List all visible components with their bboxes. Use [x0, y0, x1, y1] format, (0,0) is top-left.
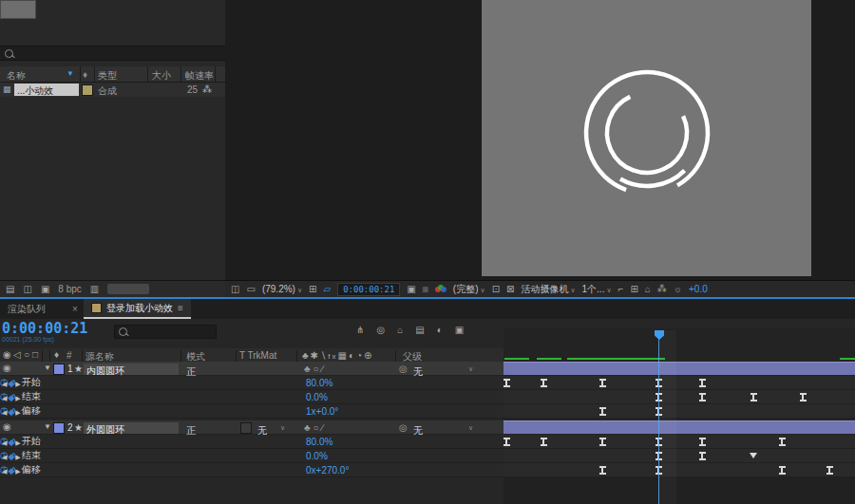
show-snapshot-icon[interactable]: ◙	[423, 285, 428, 294]
layer-label-chip[interactable]	[53, 422, 65, 434]
eye-icon[interactable]: ◉	[3, 364, 11, 373]
property-value[interactable]: 0.0%	[306, 451, 328, 461]
interpret-footage-icon[interactable]: ▤	[6, 285, 14, 294]
layer-name[interactable]: 内圆圆环	[84, 364, 179, 375]
graph-editor-icon[interactable]: ▣	[455, 326, 464, 335]
item-label-chip[interactable]	[82, 84, 93, 96]
layer-switches[interactable]: ♣○∕	[304, 422, 326, 433]
index-column[interactable]: #	[66, 350, 72, 361]
playhead-line[interactable]	[658, 330, 659, 504]
layer-duration-bar[interactable]	[504, 362, 855, 375]
keyframe-icon[interactable]	[800, 393, 807, 401]
timeline-search[interactable]	[114, 325, 217, 339]
next-keyframe-icon[interactable]: ▶	[15, 409, 21, 416]
next-keyframe-icon[interactable]: ▶	[15, 468, 21, 475]
project-item-row[interactable]: ▦ ...小动效 合成 25 ⁂	[0, 83, 225, 97]
parent-pickwhip-icon[interactable]: ◎	[399, 422, 408, 433]
label-column-icon[interactable]: ♦	[54, 350, 59, 360]
comp-mini-flowchart-icon[interactable]: ⋔	[356, 326, 364, 335]
column-rate[interactable]: 帧速率	[185, 69, 214, 83]
keyframe-icon[interactable]	[541, 438, 547, 446]
project-search[interactable]	[0, 46, 225, 61]
property-label[interactable]: 开始	[22, 436, 41, 446]
keyframe-hold-icon[interactable]	[750, 453, 757, 458]
viewer-timecode[interactable]: 0:00:00:21	[337, 283, 400, 296]
twirl-down-icon[interactable]: ▼	[44, 364, 51, 372]
project-item-name[interactable]: ...小动效	[14, 84, 79, 96]
frame-blending-icon[interactable]: ▤	[415, 326, 424, 335]
property-value[interactable]: 1x+0.0°	[306, 406, 338, 417]
keyframe-icon[interactable]	[599, 407, 606, 416]
new-composition-icon[interactable]: ▣	[41, 285, 49, 294]
property-row[interactable]: ◀◆▶ ◷ ∿ 偏移 0x+270.0°	[0, 463, 504, 477]
keyframe-icon[interactable]	[699, 452, 706, 460]
property-label[interactable]: 结束	[22, 450, 41, 460]
magnification-dropdown[interactable]: (79.2%)∨	[262, 284, 302, 294]
property-label[interactable]: 偏移	[22, 405, 41, 416]
property-row[interactable]: ◀◆▶ ◷ ∿ 开始 80.0%	[0, 376, 504, 390]
property-value[interactable]: 0.0%	[306, 392, 328, 402]
solo-column-icon[interactable]: ○	[24, 350, 29, 360]
always-preview-icon[interactable]: ◫	[231, 285, 239, 294]
exposure-value[interactable]: +0.0	[689, 284, 708, 294]
label-column-icon[interactable]: ♦	[83, 69, 87, 80]
motion-blur-icon[interactable]: ◐	[437, 326, 443, 335]
panel-menu-icon[interactable]: ≡	[178, 303, 183, 313]
composition-canvas[interactable]	[482, 0, 811, 276]
exposure-grid-icon[interactable]: ⊠	[506, 285, 514, 294]
keyframe-icon[interactable]	[699, 379, 706, 387]
show-channel-icon[interactable]	[435, 285, 446, 294]
pixel-aspect-icon[interactable]: ⌐	[618, 285, 624, 294]
property-value[interactable]: 0x+270.0°	[306, 465, 349, 476]
layer-duration-bar[interactable]	[504, 420, 855, 434]
keyframe-icon[interactable]	[699, 393, 706, 401]
next-keyframe-icon[interactable]: ▶	[15, 439, 21, 446]
layer-name[interactable]: 外圆圆环	[84, 422, 179, 434]
resolution-dropdown[interactable]: (完整)∨	[453, 283, 485, 296]
keyframe-icon[interactable]	[599, 379, 606, 387]
keyframe-icon[interactable]	[504, 379, 510, 387]
twirl-down-icon[interactable]: ▼	[44, 422, 51, 431]
target-region-icon[interactable]: ⊡	[492, 285, 500, 294]
close-icon[interactable]: ×	[72, 304, 78, 314]
tab-composition[interactable]: 登录加载小动效 ≡	[84, 299, 191, 319]
column-name[interactable]: 名称	[7, 69, 26, 83]
draft-3d-icon[interactable]: ⌂	[397, 326, 403, 335]
eye-icon[interactable]: ◉	[3, 422, 11, 432]
sort-descending-icon[interactable]: ▼	[66, 69, 74, 78]
keyframe-icon[interactable]	[504, 438, 510, 446]
fast-previews-icon[interactable]: ⊞	[630, 285, 637, 294]
flowchart-button-icon[interactable]: ⁂	[657, 285, 667, 294]
layer-label-chip[interactable]	[53, 364, 65, 375]
keyframe-icon[interactable]	[541, 379, 547, 387]
next-keyframe-icon[interactable]: ▶	[15, 454, 21, 460]
property-value[interactable]: 80.0%	[306, 437, 332, 447]
main-display-icon[interactable]: ▭	[246, 285, 255, 294]
keyframe-icon[interactable]	[826, 466, 833, 475]
timeline-button-icon[interactable]: ⌂	[645, 285, 651, 294]
live-update-icon[interactable]: ◎	[376, 326, 385, 335]
keyframe-icon[interactable]	[779, 438, 786, 446]
property-label[interactable]: 结束	[22, 391, 41, 401]
keyframe-icon[interactable]	[599, 438, 606, 446]
column-type[interactable]: 类型	[98, 69, 117, 83]
transparency-grid-icon[interactable]: ▱	[323, 285, 331, 294]
current-timecode[interactable]: 0:00:00:21	[2, 320, 87, 337]
property-row[interactable]: ◀◆▶ ◷ ∿ 开始 80.0%	[0, 435, 504, 449]
keyframe-track-area[interactable]	[504, 328, 855, 504]
next-keyframe-icon[interactable]: ▶	[15, 381, 21, 387]
keyframe-icon[interactable]	[699, 438, 706, 446]
trash-icon[interactable]: ▥	[90, 285, 99, 294]
keyframe-icon[interactable]	[779, 466, 786, 475]
keyframe-icon[interactable]	[750, 393, 757, 401]
trkmat-column[interactable]: T TrkMat	[239, 350, 276, 361]
parent-pickwhip-icon[interactable]: ◎	[399, 364, 408, 374]
property-label[interactable]: 开始	[22, 377, 41, 387]
next-keyframe-icon[interactable]: ▶	[15, 395, 21, 401]
keyframe-icon[interactable]	[599, 466, 606, 475]
trkmat-icon[interactable]	[240, 422, 252, 434]
new-folder-icon[interactable]: ◫	[23, 285, 31, 294]
snapshot-camera-icon[interactable]: ▣	[407, 285, 415, 294]
view-layout-dropdown[interactable]: 1个...∨	[582, 283, 612, 296]
lock-column-icon[interactable]: □	[32, 350, 38, 360]
